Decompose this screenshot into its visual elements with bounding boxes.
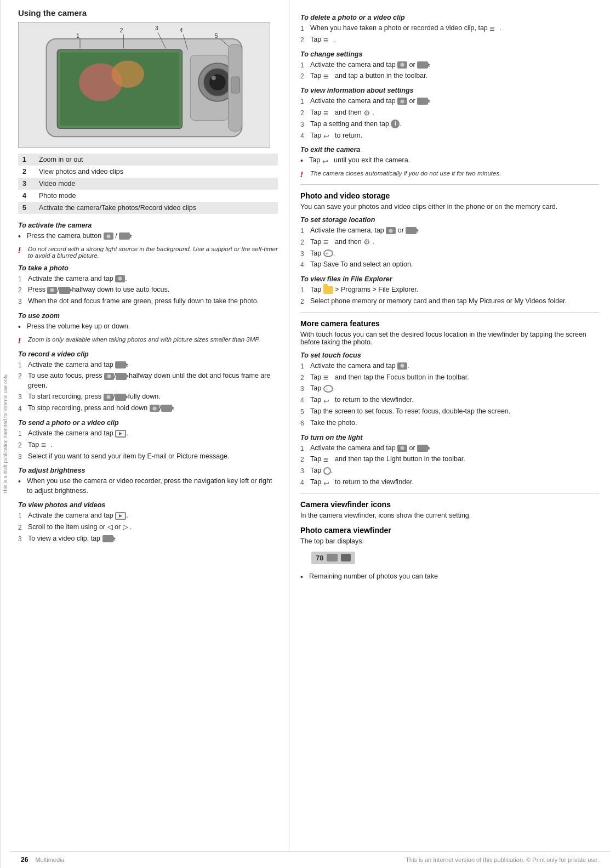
viewfinder-icons-section: Camera viewfinder icons In the camera vi…	[300, 500, 599, 583]
adjust-brightness-section: To adjust brightness • When you use the …	[18, 467, 278, 496]
footer-note: This is an Internet version of this publ…	[406, 856, 599, 863]
step-num: 4	[18, 404, 28, 413]
row-label: Video mode	[35, 178, 278, 190]
touch-focus-section: To set touch focus 1 Activate the camera…	[300, 351, 599, 428]
step-content: Tap ↩ until you exit the camera.	[309, 156, 599, 166]
menu-icon	[323, 36, 333, 44]
exit-camera-heading: To exit the camera	[300, 146, 599, 154]
send-photo-steps: 1 Activate the camera and tap . 2 Tap .	[18, 429, 278, 461]
step-content: Select if you want to send your item by …	[28, 452, 278, 462]
step-content: Tap .	[310, 466, 599, 476]
step-content: Activate the camera and tap or .	[310, 444, 599, 453]
bullet-icon: •	[300, 156, 309, 167]
page-number-section: 26 Multimedia	[21, 856, 65, 864]
row-num: 1	[18, 154, 35, 166]
list-item: 2 Tap .	[300, 35, 599, 45]
svg-text:3: 3	[155, 25, 158, 31]
step-num: 2	[300, 237, 310, 247]
list-item: 1 Activate the camera and tap .	[18, 511, 278, 521]
svg-rect-21	[231, 77, 240, 93]
step-content: Tap ↩ to return to the viewfinder.	[310, 478, 599, 487]
divider	[300, 184, 599, 185]
viewfinder-bar: 78	[311, 552, 355, 564]
left-col: Using the camera	[10, 0, 289, 851]
list-item: 1 Activate the camera and tap .	[18, 429, 278, 439]
step-num: 6	[300, 418, 310, 428]
step-num: 3	[300, 249, 310, 259]
view-info-heading: To view information about settings	[300, 87, 599, 94]
list-item: 6 Take the photo.	[300, 418, 599, 428]
photo-viewfinder-heading: Photo camera viewfinder	[300, 526, 599, 535]
table-row: 5 Activate the camera/Take photos/Record…	[18, 202, 278, 214]
step-num: 3	[18, 452, 28, 462]
step-num: 4	[300, 260, 310, 270]
set-location-section: To set storage location 1 Activate the c…	[300, 216, 599, 270]
send-photo-section: To send a photo or a video clip 1 Activa…	[18, 419, 278, 461]
list-item: 2 Tap and then tap the Light button in t…	[300, 455, 599, 464]
step-num: 3	[300, 384, 310, 394]
video-icon	[102, 535, 113, 542]
step-content: Activate the camera, tap or .	[310, 226, 599, 236]
step-content: When you have taken a photo or recorded …	[310, 24, 599, 33]
return-icon: ↩	[323, 132, 333, 139]
play-icon	[115, 430, 126, 438]
touch-focus-heading: To set touch focus	[300, 351, 599, 359]
folder-icon	[323, 286, 333, 294]
use-zoom-section: To use zoom • Press the volume key up or…	[18, 312, 278, 345]
record-video-steps: 1 Activate the camera and tap . 2 To use…	[18, 360, 278, 413]
list-item: • When you use the camera or video recor…	[18, 476, 278, 496]
take-photo-section: To take a photo 1 Activate the camera an…	[18, 264, 278, 307]
focus-icon	[323, 249, 333, 257]
step-num: 1	[18, 429, 28, 439]
menu-icon	[323, 456, 333, 463]
activate-camera-note: ! Do not record with a strong light sour…	[18, 246, 278, 259]
camera-icon	[150, 405, 159, 412]
list-item: 3 Tap a setting and then tap i.	[300, 120, 599, 129]
step-content: Activate the camera and tap .	[28, 360, 278, 370]
more-features-section: More camera features With touch focus yo…	[300, 319, 599, 487]
delete-section: To delete a photo or a video clip 1 When…	[300, 14, 599, 45]
delete-steps: 1 When you have taken a photo or recorde…	[300, 24, 599, 45]
video-icon	[59, 287, 70, 294]
list-item: 4 Tap ↩ to return.	[300, 131, 599, 141]
video-icon	[116, 373, 127, 380]
step-num: 2	[300, 108, 310, 118]
table-row: 1 Zoom in or out	[18, 154, 278, 166]
set-location-steps: 1 Activate the camera, tap or . 2 Tap an…	[300, 226, 599, 270]
video-icon	[119, 232, 130, 240]
set-location-heading: To set storage location	[300, 216, 599, 224]
list-item: 2 Tap and tap a button in the toolbar.	[300, 71, 599, 81]
list-item: 2 Tap and then ⚙.	[300, 108, 599, 118]
step-num: 5	[300, 407, 310, 417]
step-num: 3	[18, 297, 28, 307]
storage-intro: You can save your photos and video clips…	[300, 203, 599, 211]
step-num: 3	[18, 392, 28, 402]
video-icon	[417, 445, 428, 452]
camera-icon	[397, 362, 407, 370]
row-label: Activate the camera/Take photos/Record v…	[35, 202, 278, 214]
list-item: 3 Select if you want to send your item b…	[18, 452, 278, 462]
light-icon	[323, 467, 331, 475]
light-heading: To turn on the light	[300, 434, 599, 441]
adjust-brightness-list: • When you use the camera or video recor…	[18, 476, 278, 496]
step-num: 1	[18, 511, 28, 521]
step-content: Activate the camera and tap or .	[310, 97, 599, 106]
step-num: 3	[18, 534, 28, 544]
camera-parts-table: 1 Zoom in or out 2 View photos and video…	[18, 154, 278, 214]
file-explorer-heading: To view files in File Explorer	[300, 275, 599, 283]
list-item: 2 Tap and then tap the Focus button in t…	[300, 373, 599, 383]
step-num: 2	[18, 285, 28, 295]
step-content: Tap and then ⚙.	[310, 108, 599, 118]
exit-camera-section: To exit the camera • Tap ↩ until you exi…	[300, 146, 599, 179]
view-info-section: To view information about settings 1 Act…	[300, 87, 599, 140]
left-section-title: Using the camera	[18, 8, 278, 18]
list-item: 1 Activate the camera and tap or .	[300, 60, 599, 70]
divider	[300, 493, 599, 493]
list-item: 1 Activate the camera and tap .	[18, 360, 278, 370]
step-content: Tap > Programs > File Explorer.	[310, 285, 599, 295]
viewfinder-icons-heading: Camera viewfinder icons	[300, 500, 599, 509]
step-content: Activate the camera and tap .	[28, 274, 278, 284]
step-content: Tap and then tap the Focus button in the…	[310, 373, 599, 383]
view-photos-steps: 1 Activate the camera and tap . 2 Scroll…	[18, 511, 278, 543]
camera-icon	[47, 287, 57, 294]
